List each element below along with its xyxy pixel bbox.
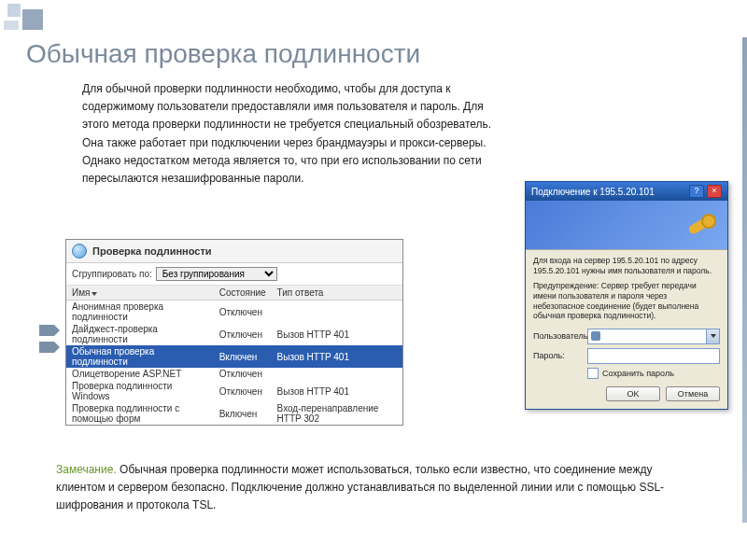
- note-label: Замечание.: [56, 463, 117, 476]
- dialog-titlebar: Подключение к 195.5.20.101 ? ×: [526, 182, 727, 201]
- user-icon: [591, 331, 600, 341]
- table-row[interactable]: Олицетворение ASP.NETОтключен: [66, 368, 402, 380]
- globe-icon: [72, 244, 87, 259]
- dialog-warning-text: Предупреждение: Сервер требует передачи …: [533, 281, 720, 321]
- password-field[interactable]: [587, 348, 720, 364]
- config-title: Проверка подлинности: [92, 245, 212, 257]
- slide-note: Замечание. Обычная проверка подлинности …: [56, 461, 691, 515]
- bullet-arrow-icon: [39, 325, 54, 336]
- password-label: Пароль:: [533, 351, 582, 360]
- col-state[interactable]: Состояние: [214, 286, 272, 301]
- col-response[interactable]: Тип ответа: [272, 286, 402, 301]
- save-password-checkbox[interactable]: [587, 368, 599, 379]
- auth-dialog: Подключение к 195.5.20.101 ? × Для входа…: [525, 181, 728, 410]
- table-row[interactable]: Проверка подлинности с помощью формВключ…: [66, 402, 402, 425]
- dialog-banner: [526, 201, 727, 250]
- cancel-button[interactable]: Отмена: [666, 386, 720, 401]
- chevron-down-icon[interactable]: [706, 329, 719, 343]
- table-row[interactable]: Анонимная проверка подлинностиОтключен: [66, 301, 402, 324]
- auth-config-window: Проверка подлинности Сгруппировать по: Б…: [65, 239, 403, 426]
- bullet-arrow-icon: [39, 342, 54, 353]
- table-row[interactable]: Проверка подлинности WindowsОтключенВызо…: [66, 380, 402, 402]
- keys-icon: [684, 210, 716, 242]
- slide-corner-decoration: [0, 0, 56, 37]
- table-row[interactable]: Дайджест-проверка подлинностиОтключенВыз…: [66, 323, 402, 345]
- slide-paragraph: Для обычной проверки подлинности необход…: [82, 80, 512, 188]
- ok-button[interactable]: OK: [606, 386, 660, 401]
- dialog-info-text: Для входа на сервер 195.5.20.101 по адре…: [533, 256, 720, 275]
- auth-table: Имя Состояние Тип ответа Анонимная прове…: [66, 286, 402, 425]
- table-row[interactable]: Обычная проверка подлинностиВключенВызов…: [66, 345, 402, 368]
- save-password-label: Сохранить пароль: [602, 369, 674, 378]
- col-name[interactable]: Имя: [66, 286, 214, 301]
- username-field[interactable]: [587, 329, 720, 344]
- help-button[interactable]: ?: [689, 185, 704, 198]
- group-by-label: Сгруппировать по:: [72, 269, 152, 279]
- close-button[interactable]: ×: [707, 185, 722, 198]
- note-body: Обычная проверка подлинности может испол…: [56, 463, 664, 511]
- slide-title: Обычная проверка подлинности: [26, 39, 420, 69]
- username-label: Пользователь:: [533, 331, 582, 341]
- slide-side-decoration: [742, 37, 747, 523]
- group-by-select[interactable]: Без группирования: [156, 267, 277, 281]
- dialog-title-text: Подключение к 195.5.20.101: [531, 187, 655, 197]
